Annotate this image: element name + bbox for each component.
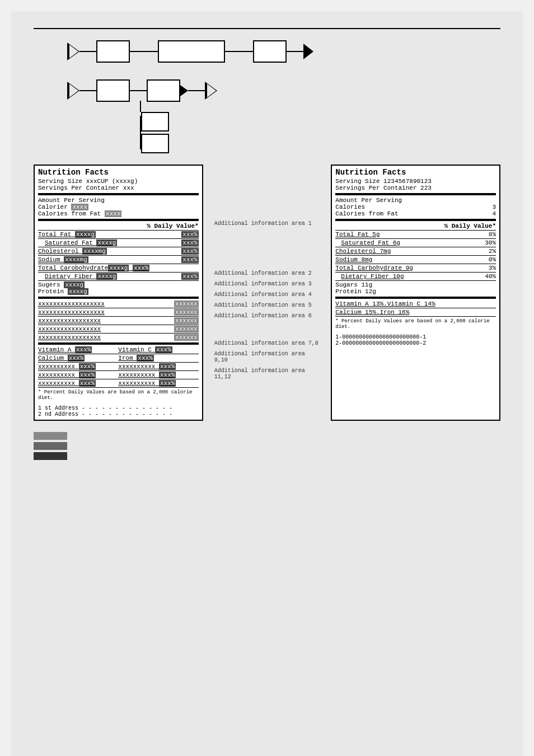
right-calories-row: Calories 3 bbox=[335, 204, 496, 210]
vitamin-c-label: Vitamin C xxx% bbox=[118, 346, 198, 353]
right-total-fat-value: 8% bbox=[489, 231, 496, 238]
process-box-1 bbox=[96, 40, 130, 63]
extra-vitamin-6: xxxxxxxxxx xxx% bbox=[118, 380, 198, 387]
vitamin-row-2: Calcium xxx% Irom xxx% bbox=[38, 355, 199, 361]
calories-value: xxxx bbox=[71, 204, 88, 210]
cholesterol-label: Cholesterol xxxxmg bbox=[38, 248, 107, 255]
thin-divider bbox=[38, 387, 199, 388]
swatch-3 bbox=[34, 452, 67, 460]
vitamin-row-1: Vitamin A xxx% Vitamin C xxx% bbox=[38, 346, 199, 353]
sugars-row: Sugers xxxxg bbox=[38, 281, 199, 288]
thin-divider bbox=[38, 379, 199, 379]
add-row-5: xxxxxxxxxxxxxxxxx xxxxxx bbox=[38, 334, 199, 341]
panels-container: Nutrition Facts Serving Size xxxCUP (xxx… bbox=[34, 165, 500, 421]
left-arrow-2-icon bbox=[67, 82, 79, 100]
right-amount-per: Amount Per Serving bbox=[335, 197, 496, 204]
right-sugars: Sugars 11g bbox=[335, 281, 496, 288]
add-label-1: xxxxxxxxxxxxxxxxxx bbox=[38, 300, 105, 307]
right-thin-div bbox=[335, 316, 496, 317]
left-footnote: * Percent Daily Values are based on a 2,… bbox=[38, 389, 199, 401]
cholesterol-value: xxx% bbox=[181, 248, 198, 255]
right-fiber-label: Dietary Fiber 10g bbox=[335, 273, 404, 280]
right-sugars-label: Sugars 11g bbox=[335, 281, 372, 288]
color-swatches bbox=[34, 432, 500, 460]
iron-label: Irom xxx% bbox=[118, 355, 198, 361]
thin-divider bbox=[38, 238, 199, 239]
connector-line bbox=[188, 90, 205, 91]
right-carb-value: 3% bbox=[489, 265, 496, 271]
calcium-label: Calcium xxx% bbox=[38, 355, 118, 361]
right-protein: Protein 12g bbox=[335, 288, 496, 295]
add-label-5: xxxxxxxxxxxxxxxxx bbox=[38, 334, 101, 341]
thin-divider bbox=[38, 325, 199, 325]
saturated-fat-label: Saturated Fat xxxxg bbox=[38, 240, 117, 246]
add-info-2: Additional information area 2 bbox=[214, 270, 320, 276]
add-val-5: xxxxxx bbox=[174, 334, 199, 341]
right-arrow-icon bbox=[303, 44, 313, 59]
add-val-3: xxxxxx bbox=[174, 317, 199, 324]
thin-divider bbox=[38, 362, 199, 363]
right-panel-title: Nutrition Facts bbox=[335, 168, 496, 177]
add-label-4: xxxxxxxxxxxxxxxxx bbox=[38, 326, 101, 332]
add-val-2: xxxxxx bbox=[174, 309, 199, 316]
right-fiber: Dietary Fiber 10g 40% bbox=[335, 273, 496, 280]
extra-vitamin-1: xxxxxxxxxx xxx% bbox=[38, 363, 118, 370]
add-row-3: xxxxxxxxxxxxxxxxx xxxxxx bbox=[38, 317, 199, 324]
right-sodium: Sodium 8mg 0% bbox=[335, 256, 496, 263]
thin-divider bbox=[38, 308, 199, 308]
fiber-row: Dietary Fiber xxxxg xxx% bbox=[38, 273, 199, 280]
top-divider bbox=[34, 28, 500, 29]
add-row-4: xxxxxxxxxxxxxxxxx xxxxxx bbox=[38, 326, 199, 332]
connector-line bbox=[130, 51, 158, 52]
right-thin-divider bbox=[335, 230, 496, 231]
vertical-line bbox=[140, 101, 141, 112]
calories-fat-row: Calories from Fat xxxx bbox=[38, 210, 199, 217]
add-info-8: Additional information area 9,10 bbox=[214, 351, 320, 363]
add-info-6: Additional information area 6 bbox=[214, 313, 320, 319]
right-thick-divider bbox=[335, 193, 496, 195]
thick-divider-3 bbox=[38, 297, 199, 299]
diagram2 bbox=[67, 79, 500, 153]
sodium-label: Sodium xxxxmg bbox=[38, 256, 88, 263]
address-1: 1 st Address - - - - - - - - - - - - - - bbox=[38, 405, 199, 411]
right-cal-fat-label: Calories from Fat bbox=[335, 210, 398, 217]
fiber-label: Dietary Fiber xxxxg bbox=[38, 273, 117, 280]
connector-line bbox=[130, 90, 147, 91]
vitamin-row-4: xxxxxxxxxx xxx% xxxxxxxxxx xxx% bbox=[38, 372, 199, 378]
connector-line bbox=[79, 90, 96, 91]
right-thick-div-3 bbox=[335, 297, 496, 299]
extra-vitamin-3: xxxxxxxxxx xxx% bbox=[38, 372, 118, 378]
calories-fat-label: Calories from Fat xxxx bbox=[38, 210, 121, 217]
connector-line bbox=[287, 51, 303, 52]
thick-divider bbox=[38, 193, 199, 195]
cholesterol-row: Cholesterol xxxxmg xxx% bbox=[38, 248, 199, 255]
right-calcium: Calcium 15%.Iron 16% bbox=[335, 309, 409, 316]
total-fat-label: Total Fat xxxxg bbox=[38, 231, 96, 238]
right-protein-label: Protein 12g bbox=[335, 288, 376, 295]
thin-divider bbox=[38, 280, 199, 281]
thin-divider bbox=[38, 370, 199, 371]
left-panel-title: Nutrition Facts bbox=[38, 168, 199, 177]
right-calories-value: 3 bbox=[492, 204, 496, 210]
protein-label: Protein xxxxg bbox=[38, 288, 88, 295]
right-vitamin-a: Vitamin A 13%.Vitamin C 14% bbox=[335, 300, 435, 307]
daily-value-header: % Daily Value* bbox=[38, 223, 199, 229]
right-thin-div bbox=[335, 247, 496, 247]
right-thin-div bbox=[335, 272, 496, 273]
thin-divider bbox=[38, 255, 199, 256]
carb-label: Total Carobohydratexxxxg xxx% bbox=[38, 265, 149, 271]
diagram1 bbox=[67, 40, 500, 63]
swatch-2 bbox=[34, 442, 67, 450]
add-val-1: xxxxxx bbox=[174, 300, 199, 307]
total-fat-row: Total Fat xxxxg xxx% bbox=[38, 231, 199, 238]
right-thin-div bbox=[335, 264, 496, 264]
feedback-branch bbox=[140, 101, 500, 153]
left-nutrition-panel: Nutrition Facts Serving Size xxxCUP (xxx… bbox=[34, 165, 203, 421]
branch-arrow-icon bbox=[180, 85, 188, 96]
feedback-box-1 bbox=[141, 112, 169, 132]
add-info-3: Additional information area 3 bbox=[214, 281, 320, 287]
right-cholesterol-label: Cholesterol 7mg bbox=[335, 248, 391, 255]
protein-row: Protein xxxxg bbox=[38, 288, 199, 295]
extra-vitamin-4: xxxxxxxxxx xxx% bbox=[118, 372, 198, 378]
add-label-2: xxxxxxxxxxxxxxxxxx bbox=[38, 309, 105, 316]
